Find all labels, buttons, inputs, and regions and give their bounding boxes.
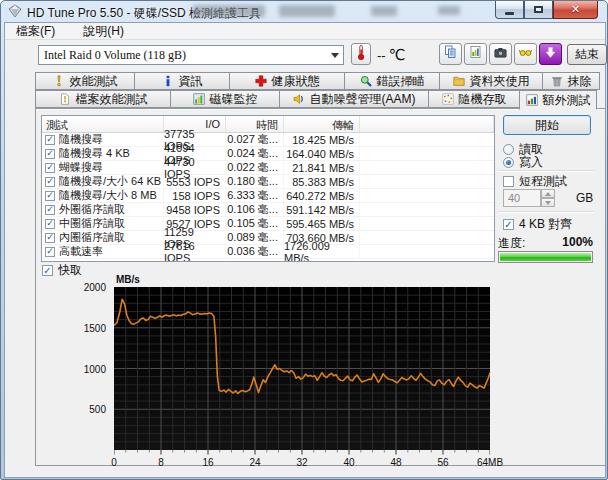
tab-label: 檔案效能測試 bbox=[76, 91, 148, 108]
column-header[interactable]: 測試 bbox=[42, 116, 164, 132]
radio-icon bbox=[503, 157, 514, 168]
tab-label: 抹除 bbox=[568, 73, 592, 90]
download-button[interactable] bbox=[539, 43, 562, 65]
test-time: 0.024 毫... bbox=[226, 147, 284, 161]
row-checkbox[interactable]: ✓ bbox=[45, 247, 55, 257]
test-name: 隨機搜尋 4 KB bbox=[59, 146, 130, 161]
row-checkbox[interactable]: ✓ bbox=[45, 233, 55, 243]
temperature-unit: ℃ bbox=[389, 46, 406, 64]
tab-random-access[interactable]: 隨機存取 bbox=[428, 90, 520, 108]
column-header-filler bbox=[360, 116, 494, 132]
test-row[interactable]: ✓外圈循序讀取9458 IOPS0.106 毫...591.142 MB/s bbox=[42, 203, 494, 217]
test-time: 0.022 毫... bbox=[226, 161, 284, 175]
test-row[interactable]: ✓隨機搜尋/大小 8 MB158 IOPS6.333 毫...640.272 M… bbox=[42, 189, 494, 203]
info-icon bbox=[162, 75, 174, 87]
test-row[interactable]: ✓蝴蝶搜尋44730 IOPS0.022 毫...21.841 MB/s bbox=[42, 161, 494, 175]
test-io: 158 IOPS bbox=[164, 189, 226, 203]
test-size-input[interactable]: 40 bbox=[503, 189, 541, 207]
x-tick-label: 16 bbox=[202, 457, 213, 468]
download-arrow-icon bbox=[544, 45, 557, 63]
tab-info[interactable]: 資訊 bbox=[134, 72, 230, 90]
app-window: HD Tune Pro 5.50 - 硬碟/SSD 檢測維護工具 ✕ 檔案(F)… bbox=[0, 0, 608, 480]
short-test-checkbox[interactable]: 短程測試 bbox=[503, 173, 567, 190]
test-name: 內圈循序讀取 bbox=[59, 230, 125, 245]
x-tick-label: 0 bbox=[111, 457, 117, 468]
row-checkbox[interactable]: ✓ bbox=[45, 163, 55, 173]
extra-tests-icon bbox=[526, 94, 538, 106]
drive-select[interactable]: Intel Raid 0 Volume (118 gB) bbox=[38, 45, 344, 65]
menu-help[interactable]: 說明(H) bbox=[80, 23, 127, 40]
tab-aam[interactable]: 自動噪聲管理(AAM) bbox=[279, 90, 429, 108]
test-time: 0.105 毫... bbox=[226, 217, 284, 231]
cache-label: 快取 bbox=[58, 262, 82, 279]
test-transfer: 21.841 MB/s bbox=[284, 161, 360, 175]
row-checkbox[interactable]: ✓ bbox=[45, 177, 55, 187]
transfer-rate-chart: MB/s 200015001000500 0816243240485664MB bbox=[36, 281, 607, 467]
tab-extra-tests[interactable]: 額外測試 bbox=[519, 90, 597, 110]
test-row[interactable]: ✓隨機搜尋 4 KB41994 IOPS0.024 毫...164.040 MB… bbox=[42, 147, 494, 161]
y-axis-unit-label: MB/s bbox=[116, 274, 140, 285]
maximize-button[interactable] bbox=[524, 1, 553, 19]
title-bar[interactable]: HD Tune Pro 5.50 - 硬碟/SSD 檢測維護工具 ✕ bbox=[1, 1, 607, 22]
file-benchmark-icon bbox=[59, 93, 71, 105]
menu-file[interactable]: 檔案(F) bbox=[13, 23, 58, 40]
test-row[interactable]: ✓高載速率27616 IOPS0.036 毫...1726.009 MB/s bbox=[42, 245, 494, 259]
test-transfer: 164.040 MB/s bbox=[284, 147, 360, 161]
close-button[interactable]: ✕ bbox=[553, 1, 598, 19]
x-tick-label: 48 bbox=[390, 457, 401, 468]
align-checkbox[interactable]: ✓ 4 KB 對齊 bbox=[503, 216, 572, 233]
tab-erase[interactable]: 抹除 bbox=[542, 72, 600, 90]
x-axis-ticks bbox=[114, 450, 490, 455]
tab-disk-monitor[interactable]: 磁碟監控 bbox=[170, 90, 280, 108]
test-time: 0.027 毫... bbox=[226, 133, 284, 147]
client-area: 檔案(F) 說明(H) Intel Raid 0 Volume (118 gB)… bbox=[4, 22, 606, 478]
camera-button[interactable] bbox=[489, 43, 512, 65]
write-radio[interactable]: 寫入 bbox=[503, 154, 543, 171]
row-checkbox[interactable]: ✓ bbox=[45, 135, 55, 145]
column-header[interactable]: 傳輸 bbox=[284, 116, 360, 132]
glasses-button[interactable] bbox=[514, 43, 537, 65]
tab-label: 自動噪聲管理(AAM) bbox=[310, 91, 416, 108]
checkbox-icon: ✓ bbox=[503, 219, 514, 230]
size-stepper[interactable] bbox=[541, 189, 555, 207]
exit-button[interactable]: 結束 bbox=[567, 44, 607, 65]
checkbox-icon: ✓ bbox=[42, 265, 53, 276]
temperature-button[interactable] bbox=[351, 43, 371, 65]
progress-label: 進度: bbox=[498, 235, 525, 252]
row-checkbox[interactable]: ✓ bbox=[45, 149, 55, 159]
menu-bar: 檔案(F) 說明(H) bbox=[5, 23, 605, 40]
tab-strip: 效能測試資訊健康狀態錯誤掃瞄資料夾使用抹除 檔案效能測試磁碟監控自動噪聲管理(A… bbox=[35, 72, 607, 108]
test-row[interactable]: ✓中圈循序讀取9527 IOPS0.105 毫...595.465 MB/s bbox=[42, 217, 494, 231]
align-label: 4 KB 對齊 bbox=[519, 216, 572, 233]
stepper-up[interactable] bbox=[541, 189, 555, 198]
test-io: 27616 IOPS bbox=[164, 245, 226, 259]
start-button[interactable]: 開始 bbox=[503, 115, 591, 135]
test-transfer: 85.383 MB/s bbox=[284, 175, 360, 189]
divider bbox=[498, 211, 594, 213]
test-name: 隨機搜尋/大小 64 KB bbox=[59, 174, 161, 189]
row-checkbox[interactable]: ✓ bbox=[45, 219, 55, 229]
copy-image-button[interactable] bbox=[464, 43, 487, 65]
test-row[interactable]: ✓內圈循序讀取11259 IOPS0.089 毫...703.660 MB/s bbox=[42, 231, 494, 245]
x-tick-label: 64MB bbox=[477, 457, 503, 468]
cache-checkbox[interactable]: ✓ 快取 bbox=[42, 262, 82, 279]
tab-benchmark[interactable]: 效能測試 bbox=[35, 72, 135, 90]
redacted-blur bbox=[279, 5, 335, 17]
minimize-button[interactable] bbox=[495, 1, 524, 19]
test-name: 隨機搜尋 bbox=[59, 132, 103, 147]
x-tick-label: 32 bbox=[296, 457, 307, 468]
tab-health[interactable]: 健康狀態 bbox=[229, 72, 345, 90]
row-checkbox[interactable]: ✓ bbox=[45, 191, 55, 201]
column-header[interactable]: 時間 bbox=[226, 116, 284, 132]
test-row[interactable]: ✓隨機搜尋/大小 64 KB5553 IOPS0.180 毫...85.383 … bbox=[42, 175, 494, 189]
tab-label: 效能測試 bbox=[70, 73, 118, 90]
tab-error-scan[interactable]: 錯誤掃瞄 bbox=[344, 72, 440, 90]
test-row[interactable]: ✓隨機搜尋37735 IOPS0.027 毫...18.425 MB/s bbox=[42, 133, 494, 147]
test-name: 隨機搜尋/大小 8 MB bbox=[59, 188, 157, 203]
tab-label: 額外測試 bbox=[543, 92, 591, 109]
tab-file-benchmark[interactable]: 檔案效能測試 bbox=[35, 90, 171, 108]
copy-text-button[interactable] bbox=[439, 43, 462, 65]
row-checkbox[interactable]: ✓ bbox=[45, 205, 55, 215]
stepper-down[interactable] bbox=[541, 198, 555, 207]
tab-folder-usage[interactable]: 資料夾使用 bbox=[439, 72, 543, 90]
